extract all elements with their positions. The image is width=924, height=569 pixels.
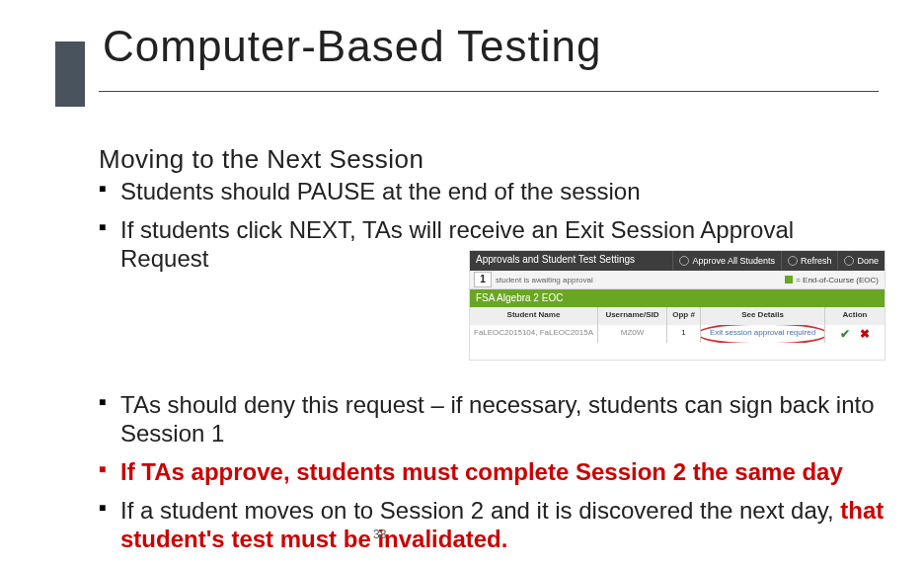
page-number: 38 (373, 528, 386, 541)
slide: Computer-Based Testing Moving to the Nex… (0, 0, 924, 569)
cell-details[interactable]: Exit session approval required (701, 325, 825, 343)
cell-action: ✔ ✖ (825, 325, 885, 343)
bullet-list: Students should PAUSE at the end of the … (99, 178, 888, 563)
col-student-name: Student Name (470, 307, 598, 325)
refresh-button[interactable]: Refresh (781, 251, 838, 271)
approve-all-button[interactable]: Approve All Students (672, 251, 781, 271)
bullet-3: TAs should deny this request – if necess… (99, 391, 888, 448)
col-username: Username/SID (598, 307, 667, 325)
cell-details-text: Exit session approval required (710, 328, 815, 337)
refresh-label: Refresh (801, 256, 832, 266)
refresh-icon (788, 256, 798, 266)
title-rule (99, 91, 879, 92)
bullet-1: Students should PAUSE at the end of the … (99, 178, 888, 206)
pending-count: 1 (474, 272, 492, 287)
panel-test-title: FSA Algebra 2 EOC (470, 289, 885, 307)
col-action: Action (825, 307, 885, 325)
bullet-4-text: If TAs approve, students must complete S… (120, 458, 843, 485)
panel-status-row: 1 student is awaiting approval = End-of-… (470, 271, 885, 289)
col-details: See Details (701, 307, 825, 325)
panel-title: Approvals and Student Test Settings (470, 251, 672, 271)
approve-icon[interactable]: ✔ (840, 327, 850, 341)
bullet-5: If a student moves on to Session 2 and i… (99, 497, 888, 554)
bullet-3-text: TAs should deny this request – if necess… (120, 391, 875, 447)
check-circle-icon (679, 256, 689, 266)
legend: = End-of-Course (EOC) (785, 276, 885, 284)
page-title: Computer-Based Testing (103, 22, 601, 71)
cell-opp: 1 (667, 325, 701, 343)
bullet-5-text-a: If a student moves on to Session 2 and i… (120, 497, 840, 524)
done-button[interactable]: Done (837, 251, 885, 271)
close-circle-icon (844, 256, 854, 266)
col-opp: Opp # (667, 307, 701, 325)
approve-all-label: Approve All Students (692, 256, 775, 266)
legend-swatch-icon (785, 276, 793, 284)
legend-text: = End-of-Course (EOC) (796, 276, 879, 284)
panel-columns: Student Name Username/SID Opp # See Deta… (470, 307, 885, 325)
section-subtitle: Moving to the Next Session (99, 144, 424, 175)
done-label: Done (857, 256, 879, 266)
cell-student-name: FaLEOC2015104, FaLEOC2015A (470, 325, 598, 343)
bullet-1-text: Students should PAUSE at the end of the … (120, 178, 641, 204)
awaiting-text: student is awaiting approval (496, 276, 785, 284)
bullet-4: If TAs approve, students must complete S… (99, 458, 888, 487)
panel-header: Approvals and Student Test Settings Appr… (470, 251, 885, 271)
deny-icon[interactable]: ✖ (860, 327, 870, 341)
accent-block (55, 41, 85, 107)
approval-panel: Approvals and Student Test Settings Appr… (470, 251, 885, 360)
table-row: FaLEOC2015104, FaLEOC2015A MZ0W 1 Exit s… (470, 325, 885, 343)
cell-username: MZ0W (598, 325, 667, 343)
